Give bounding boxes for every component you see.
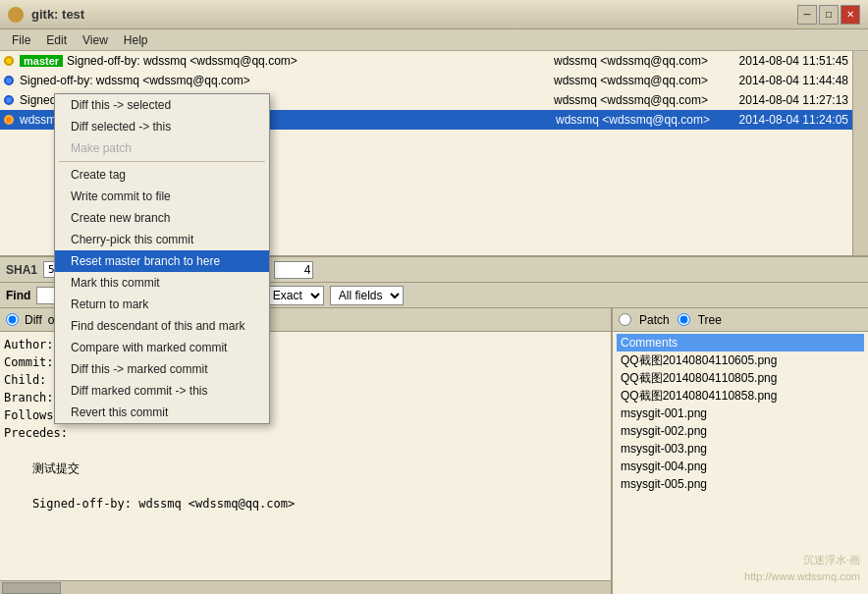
menu-bar: File Edit View Help xyxy=(0,29,868,51)
watermark: 沉迷浮水·画 http://www.wdssmq.com xyxy=(744,552,860,586)
commit-date: 2014-08-04 11:44:48 xyxy=(711,74,848,87)
commit-author: wdssmq <wdssmq@qq.com> xyxy=(554,74,711,87)
commit-dot-blue xyxy=(4,95,14,105)
menu-file[interactable]: File xyxy=(4,31,38,49)
ctx-revert-commit[interactable]: Revert this commit xyxy=(55,402,269,423)
commit-author: wdssmq <wdssmq@qq.com> xyxy=(554,54,711,68)
tree-radio[interactable] xyxy=(678,313,690,326)
ctx-cherry-pick[interactable]: Cherry-pick this commit xyxy=(55,229,269,250)
watermark-line1: 沉迷浮水·画 xyxy=(744,552,860,569)
branch-label-master: master xyxy=(20,55,63,67)
file-item[interactable]: msysgit-004.png xyxy=(617,458,864,475)
commit-date: 2014-08-04 11:51:45 xyxy=(711,54,848,68)
commit-author: wdssmq <wdssmq@qq.com> xyxy=(554,113,711,127)
patch-label: Patch xyxy=(639,313,670,327)
ctx-write-commit-file[interactable]: Write commit to file xyxy=(55,186,269,207)
ctx-diff-selected-this[interactable]: Diff selected -> this xyxy=(55,116,269,137)
diff-line: Signed-off-by: wdssmq <wdssmq@qq.com> xyxy=(4,495,607,513)
diff-line: 测试提交 xyxy=(4,459,607,477)
ctx-return-mark[interactable]: Return to mark xyxy=(55,294,269,315)
tree-label: Tree xyxy=(698,313,722,327)
menu-view[interactable]: View xyxy=(75,31,116,49)
ctx-diff-marked-this[interactable]: Diff marked commit -> this xyxy=(55,380,269,402)
window-title: gitk: test xyxy=(31,7,84,22)
file-item[interactable]: msysgit-002.png xyxy=(617,422,864,440)
commit-author: wdssmq <wdssmq@qq.com> xyxy=(554,93,711,107)
ctx-diff-this-selected[interactable]: Diff this -> selected xyxy=(55,94,269,116)
menu-help[interactable]: Help xyxy=(116,31,156,49)
scroll-thumb[interactable] xyxy=(2,582,61,594)
ctx-separator xyxy=(59,161,265,162)
app-icon xyxy=(8,7,24,23)
diff-line: Precedes: xyxy=(4,424,607,442)
minimize-button[interactable]: ─ xyxy=(797,5,817,25)
commit-dot-orange xyxy=(4,115,14,125)
menu-edit[interactable]: Edit xyxy=(38,31,75,49)
patch-radio[interactable] xyxy=(619,313,631,326)
ctx-mark-commit[interactable]: Mark this commit xyxy=(55,272,269,294)
title-buttons: ─ □ ✕ xyxy=(797,5,860,25)
sha-label: SHA1 xyxy=(6,263,37,277)
row-total-input[interactable] xyxy=(274,261,313,279)
ctx-find-descendant[interactable]: Find descendant of this and mark xyxy=(55,315,269,337)
file-item[interactable]: QQ截图20140804110805.png xyxy=(617,369,864,387)
ctx-compare-marked[interactable]: Compare with marked commit xyxy=(55,337,269,358)
file-item[interactable]: Comments xyxy=(617,334,864,351)
ctx-diff-this-marked[interactable]: Diff this -> marked commit xyxy=(55,358,269,380)
diff-radio2[interactable] xyxy=(6,313,19,326)
diff-label2: Diff xyxy=(25,313,42,327)
find-label: Find xyxy=(6,289,30,302)
file-item[interactable]: msysgit-003.png xyxy=(617,440,864,458)
context-menu: Diff this -> selected Diff selected -> t… xyxy=(54,93,270,424)
file-item[interactable]: msysgit-001.png xyxy=(617,405,864,422)
commit-message: Signed-off-by: wdssmq <wdssmq@qq.com> xyxy=(20,74,554,87)
title-bar: gitk: test ─ □ ✕ xyxy=(0,0,868,29)
commit-row[interactable]: Signed-off-by: wdssmq <wdssmq@qq.com> wd… xyxy=(0,71,852,90)
commit-date: 2014-08-04 11:24:05 xyxy=(711,113,848,127)
patch-tree-row: Patch Tree xyxy=(613,308,868,332)
ctx-create-tag[interactable]: Create tag xyxy=(55,164,269,186)
commit-message: Signed-off-by: wdssmq <wdssmq@qq.com> xyxy=(67,54,554,68)
maximize-button[interactable]: □ xyxy=(819,5,839,25)
commit-scrollbar[interactable] xyxy=(852,51,868,255)
commit-dot-blue xyxy=(4,76,14,85)
commit-dot-master xyxy=(4,56,14,66)
watermark-line2: http://www.wdssmq.com xyxy=(744,568,860,586)
file-item[interactable]: msysgit-005.png xyxy=(617,475,864,493)
bottom-scrollbar[interactable] xyxy=(0,580,611,594)
ctx-make-patch: Make patch xyxy=(55,137,269,159)
ctx-reset-master[interactable]: Reset master branch to here xyxy=(55,250,269,272)
exact-select[interactable]: Exact xyxy=(264,286,324,305)
close-button[interactable]: ✕ xyxy=(841,5,860,25)
commit-date: 2014-08-04 11:27:13 xyxy=(711,93,848,107)
all-fields-select[interactable]: All fields xyxy=(330,286,404,305)
file-item[interactable]: QQ截图20140804110605.png xyxy=(617,351,864,369)
commit-row[interactable]: master Signed-off-by: wdssmq <wdssmq@qq.… xyxy=(0,51,852,71)
file-item[interactable]: QQ截图20140804110858.png xyxy=(617,387,864,405)
ctx-create-branch[interactable]: Create new branch xyxy=(55,207,269,229)
